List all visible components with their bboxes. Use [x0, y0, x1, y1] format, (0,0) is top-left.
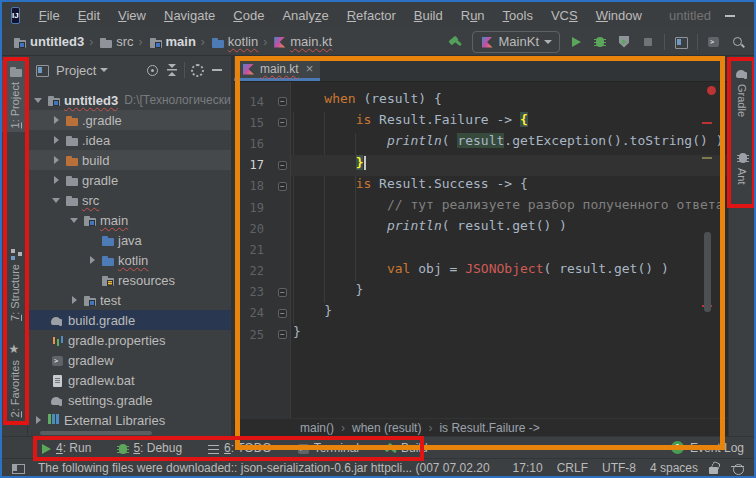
hector-inspections-icon[interactable] — [730, 460, 746, 476]
tree-row-src[interactable]: src — [28, 190, 231, 210]
tree-arrow-icon[interactable] — [68, 210, 82, 230]
menu-file[interactable]: File — [30, 8, 69, 23]
tree-arrow-icon[interactable] — [68, 290, 82, 310]
inspection-status-icon[interactable] — [707, 86, 716, 95]
run-button[interactable] — [568, 34, 584, 50]
gutter-line-14[interactable]: 14− — [234, 91, 290, 112]
gutter-line-15[interactable]: 15− — [234, 112, 290, 133]
menu-window[interactable]: Window — [587, 8, 651, 23]
caret-position[interactable]: 17:10 — [513, 461, 543, 475]
menu-vcs[interactable]: VCS — [542, 8, 587, 23]
stop-button[interactable] — [640, 34, 656, 50]
encoding[interactable]: UTF-8 — [602, 461, 636, 475]
run-anything-icon[interactable] — [706, 34, 722, 50]
menu-build[interactable]: Build — [405, 8, 452, 23]
tree-row-ExternalLibraries[interactable]: External Libraries — [28, 410, 231, 430]
locate-file-icon[interactable] — [144, 62, 160, 78]
fold-marker-icon[interactable]: − — [278, 118, 287, 127]
code-editor[interactable]: 14−15−1617−18−1920212223−24−25− when (re… — [234, 82, 728, 418]
event-log-button[interactable]: 1 Event Log — [671, 441, 744, 455]
gutter-line-16[interactable]: 16 — [234, 133, 290, 154]
tree-row-gradleproperties[interactable]: gradle.properties — [28, 330, 231, 350]
gutter-line-21[interactable]: 21 — [234, 239, 290, 260]
search-everywhere-icon[interactable] — [730, 34, 746, 50]
editor-breadcrumb-item[interactable]: is Result.Failure -> — [439, 421, 539, 435]
code-text[interactable]: when (result) { is Result.Failure -> { p… — [291, 82, 728, 418]
tree-arrow-icon[interactable] — [50, 110, 64, 130]
tree-row-main[interactable]: main — [28, 210, 231, 230]
breadcrumb-item-untitled3[interactable]: untitled3 — [12, 34, 84, 49]
maximize-button[interactable] — [749, 3, 756, 27]
fold-marker-icon[interactable]: − — [278, 161, 287, 170]
menu-tools[interactable]: Tools — [494, 8, 542, 23]
lock-icon[interactable] — [706, 460, 722, 476]
tree-arrow-icon[interactable] — [50, 130, 64, 150]
tree-row-settingsgradle[interactable]: settings.gradle — [28, 390, 231, 410]
gutter-line-23[interactable]: 23− — [234, 282, 290, 303]
tree-arrow-icon[interactable] — [50, 170, 64, 190]
tree-row-untitled3[interactable]: untitled3D:\[Технологический — [28, 90, 231, 110]
menu-refactor[interactable]: Refactor — [338, 8, 405, 23]
line-ending[interactable]: CRLF — [557, 461, 588, 475]
run-with-coverage-button[interactable] — [616, 34, 632, 50]
stripe-button-7Structure[interactable]: 7: Structure — [2, 242, 27, 325]
menu-code[interactable]: Code — [224, 8, 273, 23]
breadcrumb-item-src[interactable]: src — [98, 34, 133, 49]
build-project-icon[interactable] — [448, 34, 464, 50]
tree-arrow-icon[interactable] — [32, 410, 46, 430]
gutter-line-22[interactable]: 22 — [234, 261, 290, 282]
tree-arrow-icon[interactable] — [50, 150, 64, 170]
tree-row-buildgradle[interactable]: build.gradle — [28, 310, 231, 330]
tree-row-gradlewbat[interactable]: gradlew.bat — [28, 370, 231, 390]
indent-setting[interactable]: 4 spaces — [650, 461, 698, 475]
breadcrumb-item-kotlin[interactable]: kotlin — [210, 34, 258, 49]
project-structure-icon[interactable] — [673, 34, 689, 50]
fold-marker-icon[interactable]: − — [278, 182, 287, 191]
fold-marker-icon[interactable]: − — [278, 288, 287, 297]
fold-marker-icon[interactable]: − — [278, 97, 287, 106]
tree-arrow-icon[interactable] — [32, 90, 46, 110]
tree-row-resources[interactable]: resources — [28, 270, 231, 290]
gutter-line-24[interactable]: 24− — [234, 303, 290, 324]
debug-button[interactable] — [592, 34, 608, 50]
breadcrumb-item-main[interactable]: main — [148, 34, 196, 49]
project-panel-title[interactable]: Project — [56, 63, 96, 78]
menu-navigate[interactable]: Navigate — [155, 8, 224, 23]
tab-main-kt[interactable]: main.kt × — [234, 56, 320, 81]
tree-row-kotlin[interactable]: kotlin — [28, 250, 231, 270]
tree-row-gradle[interactable]: gradle — [28, 170, 231, 190]
toolwindow-button-5Debug[interactable]: 5: Debug — [115, 441, 182, 455]
tree-row-idea[interactable]: .idea — [28, 130, 231, 150]
tree-row-gradle[interactable]: .gradle — [28, 110, 231, 130]
stripe-button-1Project[interactable]: 1: Project — [2, 60, 27, 132]
editor-breadcrumb-item[interactable]: when (result) — [352, 421, 421, 435]
error-stripe-mark[interactable] — [702, 122, 712, 124]
tree-row-java[interactable]: java — [28, 230, 231, 250]
close-icon[interactable]: × — [306, 61, 314, 76]
warning-stripe-mark[interactable] — [702, 157, 712, 159]
vertical-scrollbar[interactable] — [704, 232, 711, 312]
gutter-line-17[interactable]: 17− — [234, 155, 290, 176]
menu-edit[interactable]: Edit — [69, 8, 109, 23]
fold-marker-icon[interactable]: − — [278, 309, 287, 318]
tree-row-gradlew[interactable]: gradlew — [28, 350, 231, 370]
minimize-button[interactable] — [711, 3, 749, 27]
stripe-button-gradle[interactable]: Gradle — [729, 62, 754, 121]
status-message[interactable]: The following files were downloaded:: js… — [38, 461, 491, 475]
tree-row-build[interactable]: build — [28, 150, 231, 170]
gutter-line-19[interactable]: 19 — [234, 197, 290, 218]
stripe-button-ant[interactable]: Ant — [729, 146, 754, 189]
menu-run[interactable]: Run — [452, 8, 494, 23]
stripe-button-2Favorites[interactable]: 2: Favorites — [2, 338, 27, 421]
fold-marker-icon[interactable]: − — [278, 330, 287, 339]
hide-panel-icon[interactable] — [209, 62, 225, 78]
tree-row-test[interactable]: test — [28, 290, 231, 310]
gear-icon[interactable] — [189, 62, 205, 78]
tree-arrow-icon[interactable] — [86, 250, 100, 270]
collapse-all-icon[interactable] — [164, 62, 180, 78]
breadcrumb-item-mainkt[interactable]: main.kt — [272, 34, 332, 49]
gutter-line-25[interactable]: 25− — [234, 324, 290, 345]
toolwindow-button-Terminal[interactable]: Terminal — [296, 441, 359, 455]
menu-view[interactable]: View — [109, 8, 155, 23]
tree-arrow-icon[interactable] — [50, 190, 64, 210]
